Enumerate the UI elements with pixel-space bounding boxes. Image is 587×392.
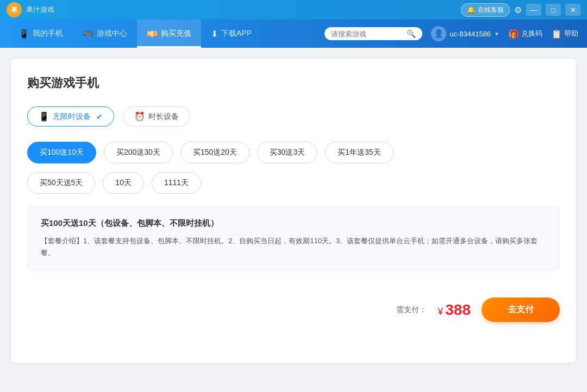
- nav-help[interactable]: 📋 帮助: [551, 29, 578, 39]
- payment-label: 需支付：: [396, 305, 427, 315]
- redeem-label: 兑换码: [521, 29, 542, 39]
- tab-timed-label: 时长设备: [148, 112, 179, 122]
- package-btn-7[interactable]: 1111天: [152, 172, 201, 194]
- avatar: 👤: [431, 26, 446, 41]
- search-icon: 🔍: [407, 29, 416, 38]
- nav-buy-recharge-label: 购买充值: [161, 29, 191, 39]
- navbar: 📱 我的手机 🎮 游戏中心 💴 购买充值 ⬇ 下载APP 🔍 👤 uc-8344…: [0, 20, 587, 48]
- package-btn-0[interactable]: 买100送10天: [27, 142, 96, 163]
- payment-amount: 388: [445, 301, 471, 319]
- nav-buy-recharge[interactable]: 💴 购买充值: [137, 20, 201, 48]
- gamepad-icon: 🎮: [83, 29, 93, 39]
- bell-icon: 🔔: [467, 6, 476, 14]
- package-btn-5[interactable]: 买50天送5天: [27, 172, 95, 194]
- maximize-button[interactable]: □: [546, 4, 561, 16]
- titlebar-right: 🔔 在线客服 ⚙ — □ ✕: [461, 3, 580, 17]
- minimize-button[interactable]: —: [526, 4, 541, 16]
- nav-game-center[interactable]: 🎮 游戏中心: [73, 20, 137, 48]
- mobile-icon: 📱: [39, 111, 49, 122]
- device-tabs: 📱 无限时设备 ✔ ⏰ 时长设备: [27, 106, 560, 127]
- help-icon: 📋: [551, 29, 562, 39]
- nav-gift-icon[interactable]: 🎁 兑换码: [508, 29, 542, 39]
- online-service-label: 在线客服: [478, 5, 504, 15]
- package-btn-2[interactable]: 买150送20天: [180, 142, 249, 163]
- nav-game-center-label: 游戏中心: [97, 29, 127, 39]
- tab-unlimited-label: 无限时设备: [53, 112, 91, 122]
- tab-unlimited-device[interactable]: 📱 无限时设备 ✔: [27, 106, 114, 127]
- tab-timed-device[interactable]: ⏰ 时长设备: [123, 106, 190, 127]
- desc-title: 买100天送10天（包设备、包脚本、不限时挂机）: [41, 218, 546, 229]
- titlebar-left: 果 果汁游戏: [7, 2, 54, 17]
- phone-icon: 📱: [18, 29, 29, 39]
- description-box: 买100天送10天（包设备、包脚本、不限时挂机） 【套餐介绍】1、该套餐支持包设…: [27, 207, 560, 270]
- page-title: 购买游戏手机: [27, 75, 560, 91]
- close-button[interactable]: ✕: [565, 4, 580, 16]
- titlebar: 果 果汁游戏 🔔 在线客服 ⚙ — □ ✕: [0, 0, 587, 20]
- nav-download-app-label: 下载APP: [221, 29, 252, 39]
- package-btn-3[interactable]: 买30送3天: [257, 142, 317, 163]
- check-icon: ✔: [96, 112, 103, 121]
- app-logo: 果: [7, 2, 22, 17]
- gift-icon: 🎁: [508, 29, 519, 39]
- package-btn-4[interactable]: 买1年送35天: [325, 142, 393, 163]
- nav-my-phone-label: 我的手机: [33, 29, 63, 39]
- payment-footer: 需支付： ¥ 388 去支付: [27, 287, 560, 322]
- desc-content: 【套餐介绍】1、该套餐支持包设备、包脚本、不限时挂机。2、自购买当日起，有效期1…: [41, 235, 546, 259]
- content-card: 购买游戏手机 📱 无限时设备 ✔ ⏰ 时长设备 买100送10天 买200送30…: [11, 59, 576, 363]
- settings-button[interactable]: ⚙: [514, 5, 522, 15]
- pay-button[interactable]: 去支付: [482, 298, 560, 322]
- packages-row2: 买50天送5天 10天 1111天: [27, 172, 560, 194]
- online-service-button[interactable]: 🔔 在线客服: [461, 3, 510, 17]
- currency-symbol: ¥: [438, 306, 443, 318]
- package-btn-1[interactable]: 买200送30天: [104, 142, 173, 163]
- nav-download-app[interactable]: ⬇ 下载APP: [201, 20, 261, 48]
- package-btn-6[interactable]: 10天: [103, 172, 144, 194]
- packages-row1: 买100送10天 买200送30天 买150送20天 买30送3天 买1年送35…: [27, 142, 560, 163]
- nav-my-phone[interactable]: 📱 我的手机: [9, 20, 73, 48]
- yuan-icon: 💴: [147, 29, 158, 39]
- help-label: 帮助: [564, 29, 578, 39]
- user-area: 👤 uc-83441586 ▼ 🎁 兑换码 📋 帮助: [431, 26, 578, 41]
- search-input[interactable]: [331, 30, 403, 38]
- main-content: 购买游戏手机 📱 无限时设备 ✔ ⏰ 时长设备 买100送10天 买200送30…: [0, 48, 587, 392]
- user-info[interactable]: 👤 uc-83441586 ▼: [431, 26, 499, 41]
- dropdown-icon: ▼: [494, 31, 499, 37]
- download-icon: ⬇: [211, 29, 218, 39]
- clock-icon: ⏰: [134, 111, 145, 122]
- username-label: uc-83441586: [449, 30, 491, 38]
- search-bar[interactable]: 🔍: [324, 27, 422, 40]
- app-title: 果汁游戏: [26, 5, 54, 15]
